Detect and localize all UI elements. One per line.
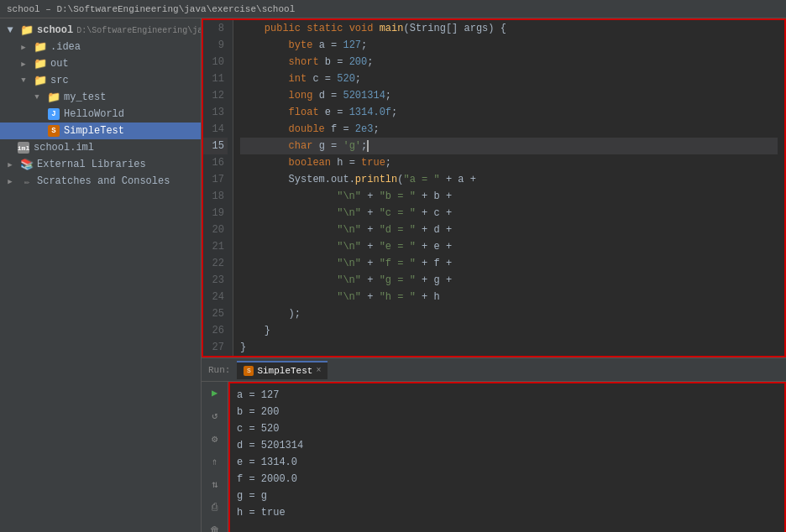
sidebar-item-idea[interactable]: ▶ 📁 .idea xyxy=(0,39,201,55)
ln-11: 11 xyxy=(203,70,228,87)
folder-out-icon: 📁 xyxy=(34,57,47,70)
sidebar-label-mytest: my_test xyxy=(64,91,106,103)
code-line-9: byte a = 127; xyxy=(240,37,778,54)
sidebar-label-extlibs: External Libraries xyxy=(37,159,146,170)
project-tree[interactable]: ▼ 📁 school D:\SoftwareEngineering\java\e… xyxy=(0,18,201,532)
scratches-icon: ✏ xyxy=(20,175,34,188)
ln-10: 10 xyxy=(203,54,228,70)
ln-14: 14 xyxy=(203,121,228,138)
sidebar-item-scratches[interactable]: ▶ ✏ Scratches and Consoles xyxy=(0,173,201,190)
code-lines: public static void main(String[] args) {… xyxy=(233,20,784,356)
ln-27: 27 xyxy=(203,339,228,356)
sidebar-label-helloworld: HelloWorld xyxy=(64,108,124,120)
sidebar-label-src: src xyxy=(50,75,69,86)
sidebar-item-simpletest[interactable]: S SimpleTest xyxy=(0,123,201,139)
sidebar-label-out: out xyxy=(50,58,69,70)
folder-idea-icon: 📁 xyxy=(34,40,47,54)
code-line-19: "\n" + "c = " + c + xyxy=(240,205,778,222)
output-line-6: g = g xyxy=(237,488,778,504)
code-editor[interactable]: 8 9 10 11 12 13 14 15 16 17 18 19 20 21 … xyxy=(202,18,786,357)
run-tab-name: SimpleTest xyxy=(257,366,312,376)
iml-icon: iml xyxy=(17,141,30,154)
sidebar-label-idea: .idea xyxy=(50,41,81,53)
ln-25: 25 xyxy=(203,305,228,322)
ln-26: 26 xyxy=(203,322,228,339)
code-line-24: "\n" + "h = " + h xyxy=(240,289,778,305)
sidebar-item-extlibs[interactable]: ▶ 📚 External Libraries xyxy=(0,156,201,173)
chevron-right-icon-extlibs: ▶ xyxy=(3,158,17,171)
chevron-right-icon-scratches: ▶ xyxy=(3,175,17,188)
code-line-16: boolean h = true; xyxy=(240,154,778,171)
code-line-17: System.out.println("a = " + a + xyxy=(240,171,778,188)
code-line-25: ); xyxy=(240,305,778,322)
output-line-5: f = 2000.0 xyxy=(237,471,778,488)
editor-body: 8 9 10 11 12 13 14 15 16 17 18 19 20 21 … xyxy=(203,20,784,356)
ln-8: 8 xyxy=(203,20,228,37)
java-simpletest-icon: S xyxy=(47,124,60,138)
sidebar-item-out[interactable]: ▶ 📁 out xyxy=(0,55,201,72)
run-print-button[interactable]: ⎙ xyxy=(207,499,223,515)
run-tab-file-icon: S xyxy=(244,366,254,376)
run-output: a = 127 b = 200 c = 520 d = 5201314 e = … xyxy=(228,382,786,532)
main-area: ▼ 📁 school D:\SoftwareEngineering\java\e… xyxy=(0,18,786,532)
run-panel: Run: S SimpleTest × ▶ ↺ ⚙ ⇑ ⇅ ⎙ 🗑 xyxy=(202,357,786,532)
code-line-27: } xyxy=(240,339,778,356)
run-sort-button[interactable]: ⇅ xyxy=(207,477,223,493)
ln-20: 20 xyxy=(203,222,228,238)
chevron-down-icon-mytest: ▼ xyxy=(30,91,44,104)
sidebar-item-src[interactable]: ▼ 📁 src xyxy=(0,72,201,89)
sidebar-path-school: D:\SoftwareEngineering\java\exercise\sch… xyxy=(76,26,201,35)
chevron-right-icon-idea: ▶ xyxy=(17,40,30,54)
code-line-20: "\n" + "d = " + d + xyxy=(240,222,778,238)
code-line-21: "\n" + "e = " + e + xyxy=(240,238,778,255)
run-tab-simpletest[interactable]: S SimpleTest × xyxy=(237,361,328,379)
code-line-22: "\n" + "f = " + f + xyxy=(240,255,778,272)
code-line-26: } xyxy=(240,322,778,339)
ln-17: 17 xyxy=(203,171,228,188)
output-line-3: d = 5201314 xyxy=(237,437,778,454)
folder-icon: 📁 xyxy=(20,23,34,37)
sidebar-item-schooliml[interactable]: iml school.iml xyxy=(0,139,201,156)
run-rerun-button[interactable]: ↺ xyxy=(207,408,223,424)
ln-23: 23 xyxy=(203,272,228,289)
output-line-7: h = true xyxy=(237,504,778,521)
code-line-23: "\n" + "g = " + g + xyxy=(240,272,778,289)
folder-src-icon: 📁 xyxy=(34,74,47,87)
output-line-0: a = 127 xyxy=(237,387,778,404)
ln-16: 16 xyxy=(203,154,228,171)
sidebar-label-school: school xyxy=(37,24,73,36)
code-line-13: float e = 1314.0f; xyxy=(240,104,778,121)
run-body: ▶ ↺ ⚙ ⇑ ⇅ ⎙ 🗑 a = 127 b = 200 c = 520 d … xyxy=(202,382,786,532)
run-sidebar: ▶ ↺ ⚙ ⇑ ⇅ ⎙ 🗑 xyxy=(202,382,228,532)
run-play-button[interactable]: ▶ xyxy=(207,385,223,401)
run-tab-bar: Run: S SimpleTest × xyxy=(202,358,786,382)
folder-mytest-icon: 📁 xyxy=(47,91,60,104)
ln-22: 22 xyxy=(203,255,228,272)
chevron-right-icon-out: ▶ xyxy=(17,57,30,70)
ln-13: 13 xyxy=(203,104,228,121)
code-line-14: double f = 2e3; xyxy=(240,121,778,138)
java-helloworld-icon: J xyxy=(47,107,60,121)
sidebar-item-mytest[interactable]: ▼ 📁 my_test xyxy=(0,89,201,106)
sidebar-label-schooliml: school.iml xyxy=(34,142,94,154)
line-numbers: 8 9 10 11 12 13 14 15 16 17 18 19 20 21 … xyxy=(203,20,233,356)
sidebar-item-school[interactable]: ▼ 📁 school D:\SoftwareEngineering\java\e… xyxy=(0,22,201,39)
extlibs-icon: 📚 xyxy=(20,158,34,171)
ln-21: 21 xyxy=(203,238,228,255)
ln-24: 24 xyxy=(203,289,228,305)
run-scroll-button[interactable]: ⇑ xyxy=(207,454,223,470)
sidebar-item-helloworld[interactable]: J HelloWorld xyxy=(0,106,201,123)
run-tab-close-btn[interactable]: × xyxy=(316,366,321,375)
ln-12: 12 xyxy=(203,87,228,104)
sidebar-label-simpletest: SimpleTest xyxy=(64,125,124,137)
code-line-15: char g = 'g'; xyxy=(240,138,778,154)
code-line-11: int c = 520; xyxy=(240,70,778,87)
ln-19: 19 xyxy=(203,205,228,222)
run-delete-button[interactable]: 🗑 xyxy=(207,523,223,532)
code-line-18: "\n" + "b = " + b + xyxy=(240,188,778,205)
code-line-8: public static void main(String[] args) { xyxy=(240,20,778,37)
code-line-12: long d = 5201314; xyxy=(240,87,778,104)
output-line-4: e = 1314.0 xyxy=(237,454,778,471)
run-settings-button[interactable]: ⚙ xyxy=(207,431,223,447)
run-label: Run: xyxy=(208,365,230,375)
